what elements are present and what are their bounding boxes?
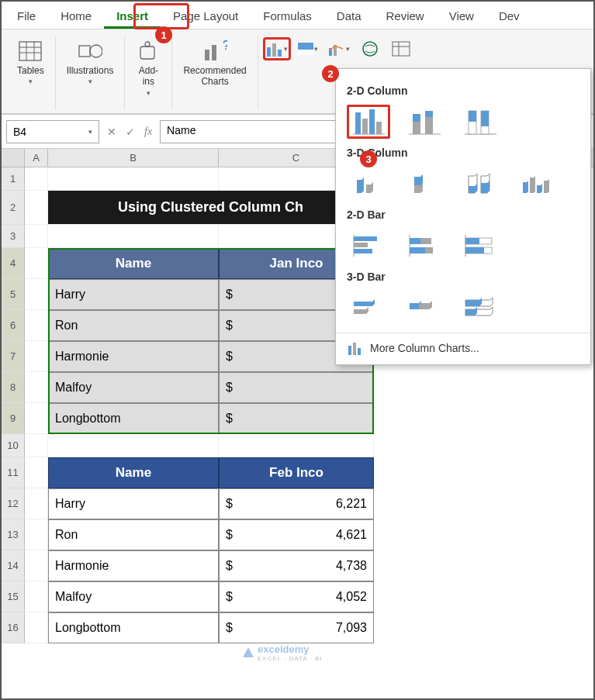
row-header[interactable]: 14 bbox=[2, 550, 25, 581]
table1-header-name[interactable]: Name bbox=[48, 248, 219, 279]
tab-home[interactable]: Home bbox=[48, 5, 104, 29]
watermark-icon bbox=[242, 647, 254, 659]
svg-marker-71 bbox=[465, 307, 477, 316]
3d-stacked-column-thumb[interactable] bbox=[403, 167, 446, 201]
row-header[interactable]: 4 bbox=[2, 248, 25, 279]
row-header[interactable]: 15 bbox=[2, 581, 25, 612]
svg-marker-75 bbox=[243, 647, 254, 657]
cell-name[interactable]: Ron bbox=[48, 519, 219, 550]
3d-column-thumb[interactable] bbox=[514, 167, 558, 201]
fx-icon[interactable]: fx bbox=[144, 126, 152, 138]
tab-review[interactable]: Review bbox=[374, 5, 437, 29]
cell-value[interactable]: $ bbox=[219, 403, 374, 434]
maps-button[interactable] bbox=[356, 37, 384, 60]
section-2d-bar: 2-D Bar bbox=[347, 209, 579, 221]
svg-marker-69 bbox=[465, 298, 482, 306]
svg-rect-57 bbox=[410, 247, 425, 253]
tables-button[interactable]: Tables ▾ bbox=[11, 36, 50, 88]
cell-value[interactable]: $7,093 bbox=[219, 612, 374, 643]
svg-rect-56 bbox=[420, 238, 431, 244]
chevron-down-icon: ▾ bbox=[29, 78, 33, 85]
row-header[interactable]: 16 bbox=[2, 612, 25, 643]
col-header-A[interactable]: A bbox=[25, 149, 48, 167]
100-stacked-column-thumb[interactable] bbox=[458, 105, 502, 139]
3d-clustered-column-thumb[interactable] bbox=[347, 167, 390, 201]
column-chart-button[interactable]: ▾ bbox=[263, 37, 291, 60]
recommended-charts-button[interactable]: ? Recommended Charts bbox=[177, 36, 252, 91]
chevron-down-icon: ▾ bbox=[284, 45, 288, 53]
tab-page-layout[interactable]: Page Layout bbox=[161, 5, 251, 29]
row-header[interactable]: 3 bbox=[2, 225, 25, 248]
tab-data[interactable]: Data bbox=[324, 5, 374, 29]
table2-header-income[interactable]: Feb Inco bbox=[219, 457, 374, 488]
tab-dev[interactable]: Dev bbox=[486, 5, 532, 29]
combo-chart-button[interactable]: ▾ bbox=[325, 37, 353, 60]
tab-view[interactable]: View bbox=[437, 5, 486, 29]
row-header[interactable]: 5 bbox=[2, 279, 25, 310]
cancel-icon[interactable]: ✕ bbox=[107, 126, 116, 138]
row-header[interactable]: 11 bbox=[2, 457, 25, 488]
cell-name[interactable]: Harmonie bbox=[48, 550, 219, 581]
row-header[interactable]: 13 bbox=[2, 519, 25, 550]
row-header[interactable]: 8 bbox=[2, 372, 25, 403]
svg-point-19 bbox=[363, 42, 377, 56]
tab-formulas[interactable]: Formulas bbox=[251, 5, 324, 29]
row-header[interactable]: 6 bbox=[2, 310, 25, 341]
cell-value[interactable]: $4,621 bbox=[219, 519, 374, 550]
col-header-B[interactable]: B bbox=[48, 149, 219, 167]
svg-rect-27 bbox=[376, 122, 382, 134]
column-chart-icon bbox=[347, 341, 362, 355]
row-header[interactable]: 7 bbox=[2, 341, 25, 372]
enter-icon[interactable]: ✓ bbox=[126, 126, 135, 138]
cell-value[interactable]: $4,738 bbox=[219, 550, 374, 581]
row-header[interactable]: 1 bbox=[2, 167, 25, 191]
tab-file[interactable]: File bbox=[5, 5, 48, 29]
map-chart-button[interactable]: ▾ bbox=[294, 37, 322, 60]
more-column-charts[interactable]: More Column Charts... bbox=[336, 333, 590, 355]
svg-marker-47 bbox=[530, 176, 535, 193]
stacked-column-thumb[interactable] bbox=[403, 105, 446, 139]
cell-name[interactable]: Harry bbox=[48, 279, 219, 310]
row-header[interactable]: 12 bbox=[2, 488, 25, 519]
table2-header-name[interactable]: Name bbox=[48, 457, 219, 488]
cell-name[interactable]: Harry bbox=[48, 488, 219, 519]
cell-value[interactable]: $ bbox=[219, 372, 374, 403]
3d-100-stacked-column-thumb[interactable] bbox=[458, 167, 502, 201]
row-header[interactable]: 2 bbox=[2, 191, 25, 225]
cell-name[interactable]: Malfoy bbox=[48, 581, 219, 612]
3d-clustered-bar-thumb[interactable] bbox=[347, 291, 390, 325]
cell-name[interactable]: Ron bbox=[48, 310, 219, 341]
title-cell: Using Clustered Column Ch bbox=[48, 191, 374, 225]
svg-rect-5 bbox=[79, 46, 90, 57]
cell-name[interactable]: Harmonie bbox=[48, 341, 219, 372]
addins-button[interactable]: Add- ins ▾ bbox=[130, 36, 167, 100]
100-stacked-bar-thumb[interactable] bbox=[458, 229, 502, 263]
cell-value[interactable]: $4,052 bbox=[219, 581, 374, 612]
tab-insert[interactable]: Insert bbox=[104, 5, 161, 29]
cell-name[interactable]: Malfoy bbox=[48, 372, 219, 403]
cell-value[interactable]: $6,221 bbox=[219, 488, 374, 519]
pivot-chart-button[interactable] bbox=[387, 37, 415, 60]
row-header[interactable]: 10 bbox=[2, 434, 25, 457]
svg-rect-74 bbox=[358, 348, 361, 355]
svg-marker-65 bbox=[354, 307, 368, 314]
svg-rect-55 bbox=[410, 238, 420, 244]
select-all-button[interactable] bbox=[2, 149, 25, 167]
stacked-bar-thumb[interactable] bbox=[403, 229, 446, 263]
svg-rect-20 bbox=[393, 42, 410, 56]
svg-point-8 bbox=[145, 42, 150, 47]
row-header[interactable]: 9 bbox=[2, 403, 25, 434]
shapes-icon bbox=[78, 39, 102, 64]
cell-name[interactable]: Longbottom bbox=[48, 612, 219, 643]
svg-marker-39 bbox=[366, 182, 373, 193]
clustered-bar-thumb[interactable] bbox=[347, 229, 390, 263]
3d-100-stacked-bar-thumb[interactable] bbox=[458, 291, 502, 325]
3d-stacked-bar-thumb[interactable] bbox=[403, 291, 446, 325]
illustrations-button[interactable]: Illustrations ▾ bbox=[61, 36, 120, 88]
name-box[interactable]: B4▾ bbox=[6, 120, 99, 143]
clustered-column-thumb[interactable] bbox=[347, 105, 390, 139]
column-chart-dropdown: 2-D Column 3-D Column 2-D Bar 3-D Bar Mo… bbox=[335, 68, 591, 365]
cell-name[interactable]: Longbottom bbox=[48, 403, 219, 434]
svg-rect-63 bbox=[465, 247, 484, 253]
svg-rect-10 bbox=[212, 45, 216, 60]
